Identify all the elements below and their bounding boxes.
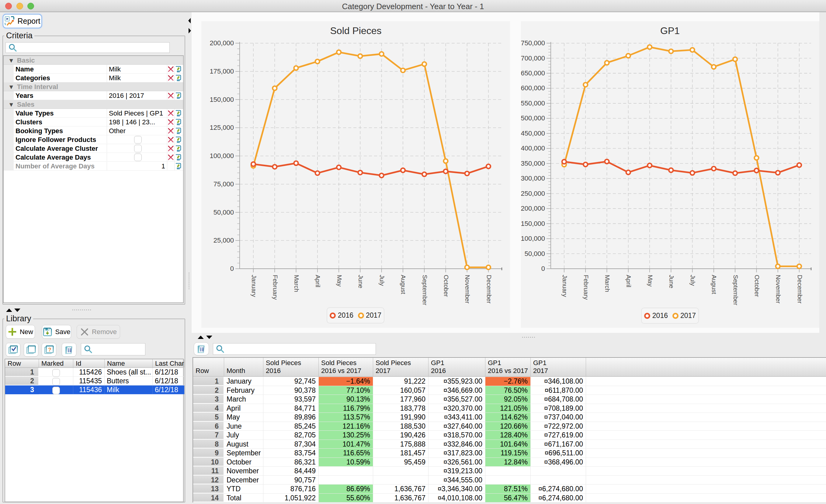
svg-text:200,000: 200,000	[521, 204, 545, 212]
svg-text:July: July	[690, 275, 697, 286]
svg-text:350,000: 350,000	[521, 160, 545, 167]
svg-text:September: September	[732, 275, 739, 305]
svg-text:March: March	[293, 275, 300, 292]
svg-text:200,000: 200,000	[210, 39, 234, 47]
svg-text:0: 0	[541, 265, 545, 272]
svg-text:December: December	[796, 275, 804, 304]
svg-text:June: June	[357, 275, 364, 288]
svg-text:600,000: 600,000	[521, 84, 545, 92]
svg-text:100,000: 100,000	[210, 152, 234, 160]
svg-text:May: May	[336, 275, 343, 287]
svg-text:August: August	[711, 275, 718, 294]
svg-text:50,000: 50,000	[525, 250, 545, 257]
svg-text:700,000: 700,000	[521, 54, 545, 62]
svg-text:125,000: 125,000	[210, 124, 234, 131]
svg-text:150,000: 150,000	[521, 220, 545, 228]
svg-text:650,000: 650,000	[521, 69, 545, 77]
svg-text:November: November	[775, 275, 782, 304]
svg-text:June: June	[668, 275, 675, 288]
svg-text:January: January	[251, 275, 257, 297]
svg-text:Sold Pieces: Sold Pieces	[330, 25, 382, 36]
svg-text:0: 0	[230, 265, 234, 272]
svg-text:100,000: 100,000	[521, 235, 545, 242]
svg-text:150,000: 150,000	[210, 96, 234, 103]
svg-text:August: August	[400, 275, 407, 294]
svg-text:300,000: 300,000	[521, 175, 545, 182]
svg-text:April: April	[625, 275, 632, 287]
svg-text:November: November	[464, 275, 471, 304]
svg-text:75,000: 75,000	[214, 180, 234, 188]
svg-text:December: December	[486, 275, 493, 304]
svg-text:750,000: 750,000	[521, 39, 545, 47]
svg-text:January: January	[562, 275, 569, 297]
svg-text:July: July	[378, 275, 386, 286]
svg-text:October: October	[443, 275, 450, 297]
svg-text:April: April	[314, 275, 321, 287]
svg-text:500,000: 500,000	[521, 114, 545, 122]
svg-text:May: May	[647, 275, 654, 287]
svg-text:250,000: 250,000	[521, 190, 545, 197]
svg-text:550,000: 550,000	[521, 100, 545, 107]
svg-text:50,000: 50,000	[214, 208, 234, 216]
svg-text:?: ?	[48, 347, 51, 353]
svg-text:February: February	[272, 275, 279, 300]
svg-text:GP1: GP1	[660, 25, 680, 36]
svg-text:October: October	[754, 275, 761, 297]
svg-text:September: September	[421, 275, 428, 305]
svg-text:175,000: 175,000	[210, 67, 234, 75]
svg-text:25,000: 25,000	[214, 237, 234, 244]
svg-text:400,000: 400,000	[521, 144, 545, 152]
svg-text:March: March	[604, 275, 611, 292]
svg-text:February: February	[583, 275, 590, 300]
svg-text:450,000: 450,000	[521, 129, 545, 137]
